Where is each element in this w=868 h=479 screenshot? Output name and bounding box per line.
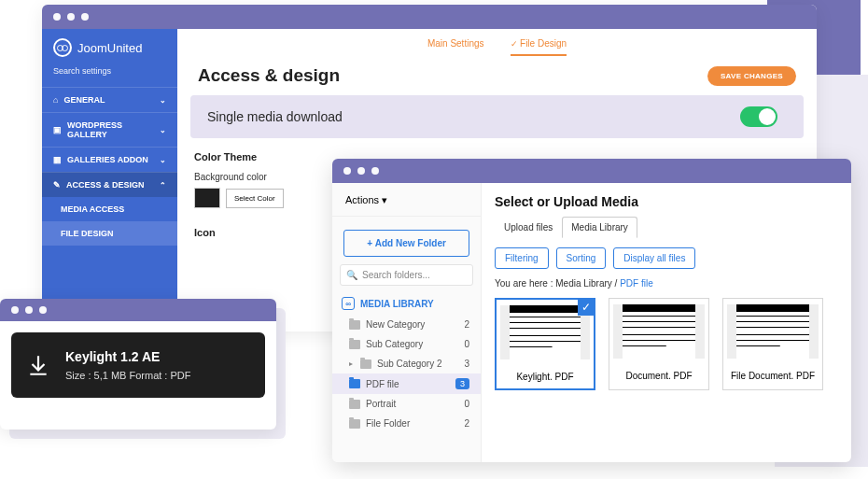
sidebar-item-access-design[interactable]: ✎ACCESS & DESIGN ⌃	[42, 172, 177, 197]
filtering-button[interactable]: Filtering	[495, 247, 549, 269]
folder-icon	[349, 340, 360, 349]
window-dot	[343, 167, 351, 175]
media-library-header[interactable]: ∞ MEDIA LIBRARY	[332, 291, 481, 315]
folder-icon	[349, 419, 360, 429]
select-color-button[interactable]: Select Color	[226, 189, 284, 208]
media-library-window: Actions ▾ Add New Folder 🔍 Search folder…	[332, 159, 851, 462]
chevron-down-icon: ⌄	[160, 156, 166, 164]
file-thumb	[609, 299, 708, 364]
file-item[interactable]: File Document. PDF	[722, 298, 823, 390]
download-icon	[24, 351, 52, 379]
folder-count: 3	[464, 359, 469, 369]
file-name: File Document. PDF	[723, 364, 822, 387]
download-card: Keylight 1.2 AE Size : 5,1 MB Format : P…	[0, 299, 276, 430]
tab-upload-files[interactable]: Upload files	[495, 217, 562, 238]
design-icon: ✎	[53, 180, 61, 190]
folder-count: 2	[464, 418, 469, 429]
folder-label: Portrait	[366, 399, 396, 409]
search-icon: 🔍	[346, 270, 357, 280]
home-icon: ⌂	[53, 95, 58, 105]
search-folders-input[interactable]: 🔍 Search folders...	[340, 264, 473, 286]
chevron-down-icon: ⌄	[160, 126, 166, 134]
file-thumb	[723, 299, 822, 364]
top-tabs: Main Settings File Design	[177, 29, 817, 56]
download-button[interactable]: Keylight 1.2 AE Size : 5,1 MB Format : P…	[11, 332, 265, 398]
folder-item[interactable]: File Folder2	[332, 414, 481, 433]
window-titlebar	[332, 159, 851, 183]
brand-logo: JoomUnited	[42, 29, 177, 63]
toggle-switch[interactable]	[740, 106, 777, 127]
folder-item[interactable]: PDF file3	[332, 373, 481, 394]
folder-label: New Category	[366, 319, 425, 330]
save-changes-button[interactable]: SAVE CHANGES	[707, 66, 796, 86]
display-all-button[interactable]: Display all files	[613, 247, 695, 269]
file-item[interactable]: ✓Keylight. PDF	[495, 298, 595, 390]
window-dot	[81, 13, 89, 21]
check-icon: ✓	[578, 299, 595, 316]
chevron-down-icon: ⌄	[160, 96, 166, 105]
chevron-up-icon: ⌃	[160, 181, 166, 190]
folder-icon	[360, 359, 371, 369]
folder-tree: New Category2Sub Category0▸Sub Category …	[332, 315, 481, 433]
folder-label: Sub Category 2	[377, 359, 442, 369]
media-content: Select or Upload Media Upload files Medi…	[482, 183, 851, 462]
window-titlebar	[42, 5, 817, 29]
caret-icon: ▸	[349, 359, 353, 368]
folder-label: File Folder	[366, 418, 410, 429]
sidebar-item-wp-gallery[interactable]: ▣WORDPRESS GALLERY ⌄	[42, 112, 177, 147]
sidebar-sub-file-design[interactable]: FILE DESIGN	[42, 221, 177, 246]
search-settings-input[interactable]: Search settings	[42, 63, 177, 87]
tab-main-settings[interactable]: Main Settings	[427, 38, 484, 56]
actions-dropdown[interactable]: Actions ▾	[332, 183, 481, 217]
setting-label: Single media download	[207, 109, 343, 124]
window-titlebar	[0, 299, 276, 321]
window-dot	[67, 13, 75, 21]
folder-item[interactable]: New Category2	[332, 315, 481, 334]
gallery-icon: ▣	[53, 125, 62, 134]
media-sidebar: Actions ▾ Add New Folder 🔍 Search folder…	[332, 183, 482, 462]
tab-file-design[interactable]: File Design	[511, 38, 567, 56]
folder-count: 3	[455, 378, 469, 389]
folder-item[interactable]: Portrait0	[332, 394, 481, 414]
sidebar: JoomUnited Search settings ⌂GENERAL ⌄ ▣W…	[42, 29, 177, 331]
library-icon: ∞	[342, 297, 355, 310]
download-title: Keylight 1.2 AE	[65, 349, 190, 364]
folder-label: Sub Category	[366, 339, 423, 349]
page-title: Access & design	[198, 65, 340, 86]
window-dot	[53, 13, 61, 21]
window-dot	[11, 306, 19, 314]
folder-icon	[349, 379, 360, 388]
tab-media-library[interactable]: Media Library	[562, 217, 637, 238]
folder-count: 0	[464, 339, 469, 349]
folder-count: 0	[464, 399, 469, 409]
window-dot	[25, 306, 33, 314]
color-swatch[interactable]	[194, 188, 220, 208]
folder-label: PDF file	[366, 379, 399, 389]
breadcrumb-current[interactable]: PDF file	[620, 278, 653, 289]
logo-icon	[53, 38, 72, 57]
breadcrumb: You are here : Media Library / PDF file	[495, 278, 838, 289]
folder-count: 2	[464, 319, 469, 330]
window-dot	[357, 167, 365, 175]
window-dot	[371, 167, 379, 175]
download-meta: Size : 5,1 MB Format : PDF	[65, 370, 190, 381]
file-grid: ✓Keylight. PDFDocument. PDFFile Document…	[495, 298, 838, 390]
sidebar-sub-media-access[interactable]: MEDIA ACCESS	[42, 197, 177, 221]
file-name: Document. PDF	[609, 364, 708, 387]
sidebar-item-general[interactable]: ⌂GENERAL ⌄	[42, 87, 177, 112]
caret-down-icon: ▾	[382, 194, 387, 205]
folder-item[interactable]: ▸Sub Category 23	[332, 354, 481, 373]
window-dot	[39, 306, 47, 314]
addon-icon: ▦	[53, 155, 62, 164]
brand-name: JoomUnited	[77, 41, 142, 55]
sorting-button[interactable]: Sorting	[556, 247, 607, 269]
file-item[interactable]: Document. PDF	[609, 298, 709, 390]
folder-icon	[349, 400, 360, 409]
add-new-folder-button[interactable]: Add New Folder	[343, 230, 469, 257]
folder-icon	[349, 320, 360, 330]
sidebar-item-galleries-addon[interactable]: ▦GALLERIES ADDON ⌄	[42, 147, 177, 172]
file-name: Keylight. PDF	[497, 365, 594, 388]
media-heading: Select or Upload Media	[495, 194, 838, 209]
setting-single-media-download: Single media download	[190, 95, 804, 138]
folder-item[interactable]: Sub Category0	[332, 334, 481, 354]
